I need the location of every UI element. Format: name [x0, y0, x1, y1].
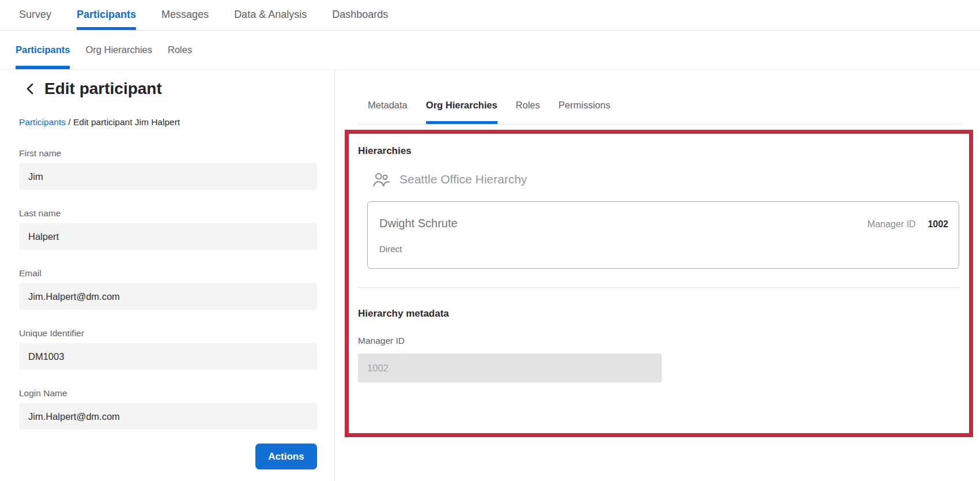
field-login-name: Login Name — [19, 388, 317, 430]
top-nav-messages[interactable]: Messages — [161, 0, 209, 30]
panel-divider — [334, 70, 335, 481]
tab-org-hierarchies[interactable]: Org Hierarchies — [426, 87, 497, 124]
hierarchy-name: Seattle Office Hierarchy — [399, 172, 527, 186]
manager-id-meta-label: Manager ID — [868, 219, 916, 230]
sub-nav-roles[interactable]: Roles — [168, 31, 192, 69]
actions-button[interactable]: Actions — [255, 444, 317, 469]
breadcrumb-participants-link[interactable]: Participants — [19, 117, 66, 127]
manager-id-input — [358, 354, 662, 382]
breadcrumb-current: Edit participant Jim Halpert — [73, 117, 180, 127]
hierarchy-node-card: Dwight Schrute Manager ID 1002 Direct — [367, 201, 959, 269]
top-nav: Survey Participants Messages Data & Anal… — [0, 0, 980, 31]
top-nav-data-analysis[interactable]: Data & Analysis — [234, 0, 307, 30]
detail-tabs: Metadata Org Hierarchies Roles Permissio… — [358, 87, 962, 125]
unique-identifier-label: Unique Identifier — [19, 328, 317, 339]
sub-nav-org-hierarchies[interactable]: Org Hierarchies — [85, 31, 152, 69]
tab-roles[interactable]: Roles — [516, 87, 540, 124]
sub-nav: Participants Org Hierarchies Roles — [0, 31, 980, 70]
hierarchy-row: Seattle Office Hierarchy — [372, 170, 527, 189]
manager-id-meta-value: 1002 — [928, 219, 948, 230]
login-name-label: Login Name — [19, 388, 317, 399]
section-divider — [358, 287, 959, 288]
top-nav-dashboards[interactable]: Dashboards — [332, 0, 388, 30]
tab-permissions[interactable]: Permissions — [559, 87, 610, 124]
page-root: Survey Participants Messages Data & Anal… — [0, 0, 980, 481]
manager-id-field-label: Manager ID — [358, 336, 405, 346]
email-input[interactable] — [19, 283, 317, 310]
back-button[interactable] — [25, 82, 36, 95]
first-name-label: First name — [19, 148, 317, 159]
page-heading: Edit participant — [25, 78, 162, 99]
participant-form: First name Last name Email Unique Identi… — [19, 148, 317, 448]
email-label: Email — [19, 268, 317, 279]
hierarchy-person-name: Dwight Schrute — [379, 217, 458, 230]
hierarchy-card-meta: Manager ID 1002 — [868, 219, 948, 230]
unique-identifier-input[interactable] — [19, 343, 317, 370]
field-email: Email — [19, 268, 317, 310]
breadcrumb: Participants / Edit participant Jim Halp… — [19, 117, 180, 128]
hierarchy-metadata-section-title: Hierarchy metadata — [358, 307, 449, 320]
login-name-input[interactable] — [19, 403, 317, 430]
tab-metadata[interactable]: Metadata — [368, 87, 408, 124]
top-nav-participants[interactable]: Participants — [77, 0, 136, 30]
last-name-input[interactable] — [19, 223, 317, 250]
hierarchies-section-title: Hierarchies — [358, 145, 412, 157]
hierarchy-relation: Direct — [379, 244, 402, 254]
first-name-input[interactable] — [19, 163, 317, 190]
field-last-name: Last name — [19, 208, 317, 250]
last-name-label: Last name — [19, 208, 317, 219]
breadcrumb-separator: / — [68, 117, 73, 127]
top-nav-survey[interactable]: Survey — [19, 0, 51, 30]
field-unique-identifier: Unique Identifier — [19, 328, 317, 370]
field-first-name: First name — [19, 148, 317, 190]
sub-nav-participants[interactable]: Participants — [16, 31, 70, 69]
people-icon — [372, 171, 390, 187]
page-title: Edit participant — [44, 78, 162, 99]
chevron-left-icon — [25, 83, 35, 95]
